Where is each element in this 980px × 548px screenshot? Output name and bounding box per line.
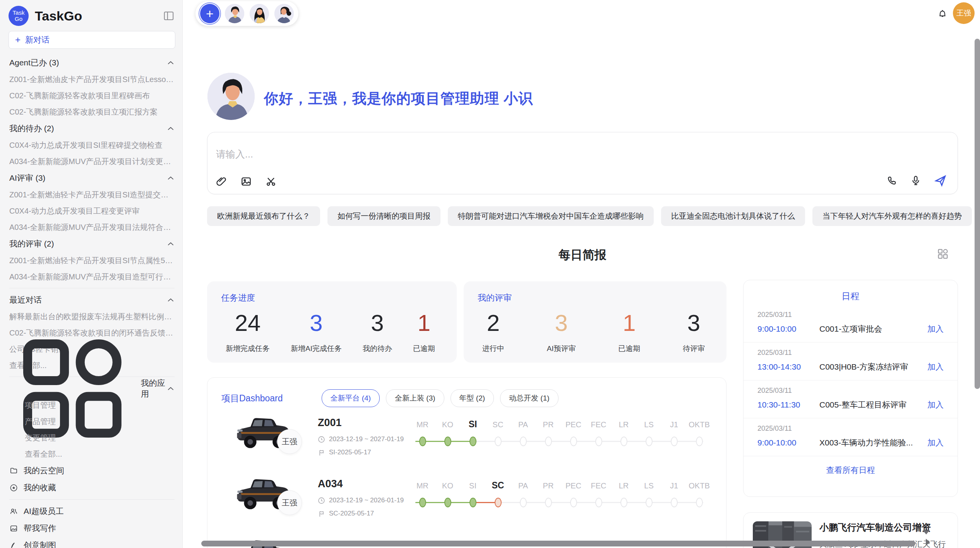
join-link[interactable]: 加入: [927, 399, 944, 410]
schedule-name: C001-立项审批会: [819, 324, 922, 334]
filter-pill[interactable]: 动总开发 (1): [500, 389, 559, 407]
sidebar-item[interactable]: A034-全新新能源MUV产品开发项目造型可行性评审: [9, 269, 175, 285]
pen-icon: [9, 541, 18, 548]
milestone-label: OKTB: [687, 481, 712, 490]
milestone-dot: [520, 437, 527, 446]
filter-pill[interactable]: 年型 (2): [451, 389, 494, 407]
user-name: 王强: [956, 8, 971, 18]
sidebar-item-creative-draw[interactable]: 创意制图: [9, 537, 175, 548]
paperclip-icon[interactable]: [215, 175, 228, 188]
milestone-label: PR: [536, 481, 561, 490]
schedule-title: 日程: [744, 290, 958, 302]
taskgo-app: Task Go TaskGo + 新对话 Agent已办 (3) Z001-全新…: [0, 0, 980, 548]
folder-icon: [9, 466, 18, 475]
ai-staff-label: AI超级员工: [24, 506, 64, 517]
sidebar-item-help-write[interactable]: 帮我写作: [9, 520, 175, 537]
sidebar-item[interactable]: C0X4-动力总成开发项目工程变更评审: [9, 203, 175, 219]
sidebar-item[interactable]: C0X4-动力总成开发项目SI里程碑提交物检查: [9, 137, 175, 153]
milestone-dot: [620, 437, 627, 446]
schedule-date: 2025/03/11: [757, 349, 944, 357]
section-my-todo[interactable]: 我的待办 (2): [9, 120, 175, 137]
schedule-date: 2025/03/11: [757, 387, 944, 395]
sidebar-item-cloud-space[interactable]: 我的云空间: [9, 462, 175, 479]
join-link[interactable]: 加入: [927, 324, 944, 334]
new-chat-button[interactable]: + 新对话: [9, 31, 175, 49]
milestone-track: MR KO SI SC PA PR PEC FEC LR LS J1 OKTB: [410, 480, 712, 509]
session-avatar-2[interactable]: [250, 4, 269, 23]
clock-icon: [318, 497, 325, 504]
suggestion-chip[interactable]: 欧洲新规最近颁布了什么？: [207, 206, 320, 226]
session-avatar-3[interactable]: [274, 4, 294, 23]
input-attachment-tools: [215, 175, 277, 188]
image-icon[interactable]: [240, 175, 252, 188]
milestone-dot: [570, 437, 577, 446]
section-recent-chats[interactable]: 最近对话: [9, 291, 175, 308]
send-icon[interactable]: [934, 174, 947, 188]
dashboard-filters: 全新平台 (4) 全新上装 (3) 年型 (2) 动总开发 (1): [322, 389, 559, 407]
horizontal-scrollbar[interactable]: [201, 541, 915, 546]
section-ai-review[interactable]: AI评审 (3): [9, 170, 175, 187]
recent-chat-item[interactable]: 解释最新出台的欧盟报废车法规再生塑料比例被调至15%...: [9, 308, 175, 325]
section-my-apps[interactable]: 我的应用: [9, 380, 175, 397]
scroll-down-arrow[interactable]: [923, 530, 930, 534]
section-title: 最近对话: [9, 295, 42, 305]
filter-pill[interactable]: 全新上装 (3): [386, 389, 444, 407]
milestone-label: LR: [611, 420, 636, 429]
collapse-sidebar-icon[interactable]: [163, 10, 175, 22]
chevron-up-icon[interactable]: [167, 241, 175, 247]
vertical-scrollbar[interactable]: [975, 39, 980, 389]
milestone-label: FEC: [586, 481, 611, 490]
chevron-up-icon[interactable]: [167, 60, 175, 65]
stat-in-progress: 2 进行中: [482, 311, 504, 354]
layout-grid-icon[interactable]: [937, 248, 949, 260]
milestone-dot: [545, 498, 552, 507]
suggestion-chip[interactable]: 特朗普可能对进口汽车增税会对中国车企造成哪些影响: [448, 206, 654, 226]
suggestion-chip[interactable]: 比亚迪全固态电池计划具体说了什么: [661, 206, 805, 226]
chevron-up-icon[interactable]: [167, 297, 175, 303]
section-my-review[interactable]: 我的评审 (2): [9, 235, 175, 252]
section-title: Agent已办 (3): [9, 57, 59, 68]
section-title: AI评审 (3): [9, 173, 45, 183]
sidebar-item[interactable]: Z001-全新燃油轻卡产品开发项目SI节点属性5D文件评审: [9, 252, 175, 269]
schedule-time: 9:00-10:00: [757, 438, 819, 447]
chat-input[interactable]: [216, 149, 797, 160]
join-link[interactable]: 加入: [927, 437, 944, 448]
notification-bell-icon[interactable]: [937, 7, 948, 19]
sidebar-item[interactable]: C02-飞腾新能源轻客改款项目里程碑画布: [9, 87, 175, 104]
suggestion-chip[interactable]: 如何写一份清晰的项目周报: [327, 206, 440, 226]
sidebar-item[interactable]: Z001-全新燃油皮卡产品开发项目SI节点Lesson Learn报告: [9, 71, 175, 87]
session-avatar-1[interactable]: [225, 4, 244, 23]
app-logo: Task Go: [9, 6, 29, 26]
suggestion-chip[interactable]: 当下年轻人对汽车外观有怎样的喜好趋势: [812, 206, 972, 226]
scroll-right-arrow[interactable]: [926, 539, 930, 546]
user-avatar[interactable]: 王强: [953, 2, 975, 24]
chevron-up-icon[interactable]: [167, 126, 175, 131]
milestone-dot: [696, 498, 703, 507]
sidebar-item-ai-staff[interactable]: AI超级员工: [9, 503, 175, 520]
chevron-up-icon[interactable]: [167, 386, 175, 391]
view-all-schedule-link[interactable]: 查看所有日程: [744, 465, 958, 476]
add-session-button[interactable]: +: [200, 4, 219, 23]
sidebar-item[interactable]: Z001-全新燃油轻卡产品开发项目SI造型提交物评审: [9, 187, 175, 203]
join-link[interactable]: 加入: [927, 361, 944, 372]
microphone-icon[interactable]: [910, 175, 922, 187]
sidebar-item[interactable]: A034-全新新能源MUV产品开发项目法规符合性评审: [9, 219, 175, 235]
sidebar-item[interactable]: A034-全新新能源MUV产品开发项目计划变更表编写: [9, 153, 175, 170]
scissors-icon[interactable]: [265, 175, 277, 188]
project-code: A034: [318, 478, 343, 490]
schedule-name: C005-整车工程目标评审: [819, 399, 922, 410]
phone-icon[interactable]: [886, 175, 898, 187]
filter-pill-active[interactable]: 全新平台 (4): [322, 389, 380, 407]
section-agent-done[interactable]: Agent已办 (3): [9, 54, 175, 71]
project-row[interactable]: 王强 A034 2023-12-19 ~ 2026-01-19 SC-2025-…: [207, 472, 726, 533]
flag-icon: [318, 510, 325, 517]
chevron-up-icon[interactable]: [167, 175, 175, 181]
sidebar-item-favorites[interactable]: 我的收藏: [9, 479, 175, 496]
milestone-label: PEC: [561, 420, 586, 429]
project-row[interactable]: 王强 Z001 2023-12-19 ~ 2027-01-19 SI-2025-…: [207, 411, 726, 472]
schedule-card: 日程 2025/03/11 9:00-10:00 C001-立项审批会 加入 2…: [743, 280, 958, 497]
sidebar-item[interactable]: C02-飞腾新能源轻客改款项目立项汇报方案: [9, 104, 175, 120]
clock-icon: [318, 436, 325, 443]
milestone-dot: [595, 437, 602, 446]
owner-badge: 王强: [277, 429, 302, 454]
